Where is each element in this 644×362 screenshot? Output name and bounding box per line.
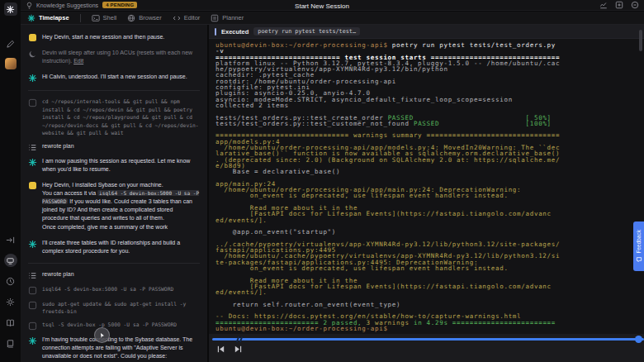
sidebar-rail [0,0,21,362]
sidebar-settings[interactable] [4,295,17,308]
executed-header: Executed poetry run pytest tests/test… [209,25,644,39]
topbar-actions [599,1,639,9]
sidebar-history[interactable] [4,274,17,288]
chat-message-user: Hey Devin, start a new session and then … [28,33,200,41]
player-buttons [216,345,243,354]
chat-message-devin: Hi Calvin, understood. I'll start a new … [28,73,200,83]
terminal-line: ed/events/]. [215,217,644,223]
message-text: Hey Devin, start a new session and then … [42,34,164,40]
timeline-marker [237,336,244,342]
message-text: Hi Calvin, understood. I'll start a new … [42,74,187,79]
terminal-line: [FastAPI docs for Lifespan Events](https… [215,283,644,289]
command-item[interactable]: tsql -S devin-box -p 5000 -U sa -P PASSW… [28,321,200,331]
message-text: rewrote plan [42,271,74,277]
tab-browser[interactable]: Browser [127,14,162,22]
usage-chart-button[interactable] [599,1,608,9]
chat-message-devin: I'm having trouble connecting to the Syb… [28,336,200,362]
starburst-icon [28,336,37,345]
feedback-button[interactable]: Feedback [633,221,644,271]
executed-command-chip[interactable]: poetry run pytest tests/test… [253,27,360,36]
edit-link[interactable]: Edit [73,58,83,64]
command-icon [28,301,37,310]
status-circle-button[interactable] [631,1,639,9]
pencil-icon [6,40,15,49]
chat-message-devin: I'll create three tables with ID relatio… [28,239,200,255]
chat-message-user: Hey Devin, I installed Sybase on your ma… [28,181,200,231]
sidebar-new-session[interactable] [4,37,17,50]
skip-back-button[interactable] [216,345,225,354]
timelapse-panel[interactable]: Hey Devin, start a new session and then … [21,25,207,362]
sidebar-knowledge-docs[interactable] [4,316,17,329]
skip-forward-button[interactable] [234,345,243,354]
speech-bubble-icon [636,256,642,263]
message-text: sudo apt-get update && sudo apt-get inst… [42,301,186,314]
top-bar: Knowledge Suggestions 4 PENDING [21,0,644,11]
section-divider [28,90,200,91]
globe-icon [127,14,135,22]
tab-shell[interactable]: Shell [92,14,117,22]
terminal-line: return self.router.on_event(event_type) [215,302,644,307]
tab-label: Shell [103,14,117,21]
list-icon [28,143,37,152]
plan-item[interactable]: rewrote plan [28,270,200,280]
timelapse-controls [209,334,644,362]
knowledge-suggestions-button[interactable]: Knowledge Suggestions [26,2,98,9]
starburst-icon [6,5,15,14]
gear-icon [6,298,15,307]
new-window-button[interactable] [615,1,623,9]
terminal-line [215,175,644,181]
command-item[interactable]: isql64 -S devin-box:5000 -U sa -P PASSWO… [28,285,200,295]
command-item[interactable]: cd ~/repos/internal-tools && git pull &&… [28,98,200,136]
tab-label: Timelapse [39,14,69,21]
command-item[interactable]: sudo apt-get update && sudo apt-get inst… [28,300,200,316]
tab-editor[interactable]: Editor [173,14,201,22]
message-text: tsql -S devin-box -p 5000 -U sa -P PASSW… [42,322,177,327]
collapse-icon [6,236,15,245]
feedback-label: Feedback [636,230,642,254]
message-text: cd ~/repos/internal-tools && git pull &&… [42,98,199,136]
starburst-icon [28,158,37,167]
command-icon [28,286,37,295]
tab-label: Planner [222,14,244,21]
sidebar-library[interactable] [4,336,17,350]
user-avatar-icon [29,34,36,41]
terminal-scrollbar[interactable] [639,30,642,51]
tab-timelapse[interactable]: Timelapse [27,14,69,22]
list-icon [28,271,37,280]
terminal-line: Base = declarative_base() [215,169,644,174]
tab-bar: TimelapseShellBrowserEditorPlanner [21,12,644,25]
plan-item[interactable]: rewrote plan [28,142,200,152]
recording-cursor [94,327,110,343]
executed-indicator [215,28,216,36]
tab-planner[interactable]: Planner [211,14,244,22]
terminal-output[interactable]: ubuntu@devin-box:~/order-processing-api$… [209,39,644,334]
terminal-line: on_event is deprecated, use lifespan eve… [215,193,644,198]
machine-icon [6,256,15,265]
sidebar-machines[interactable] [4,254,17,267]
timelapse-slider[interactable] [212,338,644,341]
message-text: Devin will sleep after using 10 ACUs (re… [42,50,192,64]
terminal-line: collected 2 items [215,102,644,108]
terminal-line: [FastAPI docs for Lifespan Events](https… [215,211,644,217]
sleep-icon [28,50,37,59]
devin-app-window: Knowledge Suggestions 4 PENDING Start Ne… [0,0,644,362]
terminal-line: . (deprecated since: 2.0) (Background on… [215,157,644,163]
sidebar-collapse-panel[interactable] [4,233,17,246]
cursor-arrow-icon [99,332,106,339]
user-avatar-icon [29,182,36,189]
tab-label: Browser [139,14,162,21]
sidebar-devin-logo[interactable] [4,2,17,16]
sidebar-user-avatar[interactable] [5,58,17,69]
slider-handle[interactable] [635,336,642,343]
executed-label: Executed [221,28,249,36]
terminal-icon [92,14,100,22]
command-icon [28,98,37,107]
terminal-line: ed/events/]. [215,289,644,295]
knowledge-suggestions-label: Knowledge Suggestions [36,2,98,8]
section-divider [28,263,200,264]
pending-badge[interactable]: 4 PENDING [102,2,137,8]
terminal-line: tests/test_orders.py::test_customer_not_… [215,121,644,126]
starburst-icon [28,240,37,249]
terminal-line: ubuntu@devin-box:~/order-processing-api$… [215,42,644,48]
sleep-note: Devin will sleep after using 10 ACUs (re… [28,49,200,65]
